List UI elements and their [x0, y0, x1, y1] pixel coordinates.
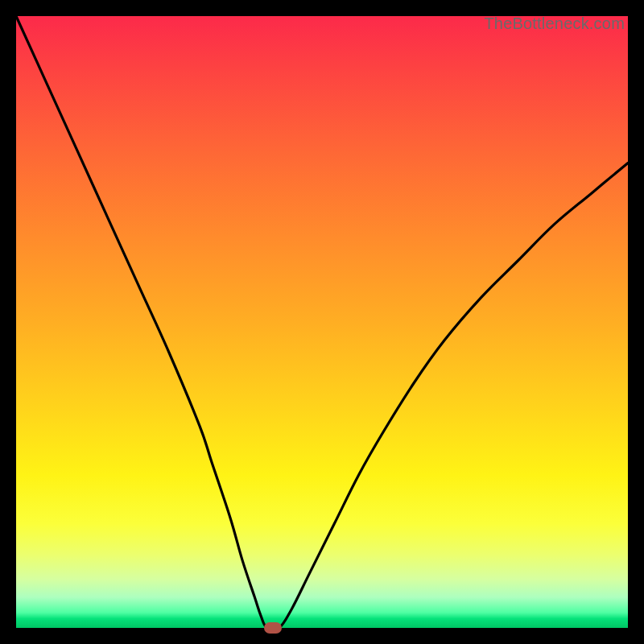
chart-frame: TheBottleneck.com — [16, 16, 628, 628]
watermark-text: TheBottleneck.com — [484, 14, 625, 33]
bottleneck-curve — [16, 16, 628, 628]
optimal-marker — [264, 622, 282, 634]
